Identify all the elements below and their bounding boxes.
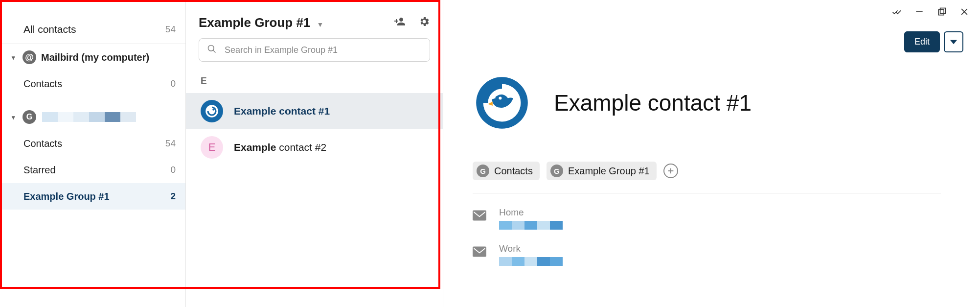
svg-point-3 (212, 109, 214, 111)
group-title[interactable]: Example Group #1 ▼ (199, 15, 323, 30)
contact-name-heading: Example contact #1 (554, 90, 752, 116)
avatar-icon: E (201, 136, 223, 159)
chevron-down-icon: ▼ (317, 21, 324, 28)
sidebar-count: 54 (165, 138, 176, 149)
chevron-down-icon: ▾ (12, 114, 19, 121)
minimize-icon[interactable] (914, 7, 924, 19)
email-icon (473, 207, 486, 223)
sidebar-item-example-group[interactable]: Example Group #1 2 (0, 183, 185, 210)
redacted-account-name (42, 112, 136, 122)
avatar-icon (201, 100, 223, 122)
redacted-value (499, 221, 563, 230)
contact-list-panel: Example Group #1 ▼ E Example (186, 0, 443, 307)
contact-field-home: Home (473, 207, 960, 230)
sidebar-label: Contacts (23, 138, 62, 149)
sidebar: All contacts 54 ▾ @ Mailbird (my compute… (0, 0, 186, 307)
sidebar-item-all-contacts[interactable]: All contacts 54 (0, 15, 185, 44)
contact-name: Example contact #1 (234, 105, 330, 117)
google-icon: G (23, 110, 36, 124)
svg-rect-13 (473, 211, 486, 221)
add-tag-button[interactable] (663, 164, 678, 178)
redacted-value (499, 257, 563, 266)
contact-list-item[interactable]: E Example contact #2 (186, 129, 443, 165)
tags-row: G Contacts G Example Group #1 (473, 162, 960, 180)
sidebar-item-starred[interactable]: Starred 0 (0, 157, 185, 183)
google-icon: G (477, 165, 489, 177)
tag-label: Example Group #1 (568, 165, 650, 177)
sidebar-label: Contacts (23, 78, 62, 90)
svg-point-10 (499, 96, 501, 99)
section-letter: E (186, 71, 443, 93)
sidebar-count: 0 (170, 78, 176, 89)
group-header: Example Group #1 ▼ (186, 9, 443, 36)
tag-chip-group[interactable]: G Example Group #1 (547, 162, 657, 180)
sidebar-label: Starred (23, 165, 56, 176)
sidebar-account-mailbird[interactable]: ▾ @ Mailbird (my computer) (0, 44, 185, 71)
close-icon[interactable] (959, 7, 969, 19)
contact-list-item[interactable]: Example contact #1 (186, 93, 443, 129)
sidebar-item-contacts[interactable]: Contacts 54 (0, 130, 185, 157)
svg-rect-5 (938, 10, 944, 15)
search-box[interactable] (199, 38, 430, 62)
chevron-down-icon: ▾ (12, 54, 19, 61)
gear-icon[interactable] (418, 16, 430, 29)
sidebar-label: All contacts (23, 24, 76, 35)
sidebar-count: 54 (165, 24, 176, 35)
svg-line-1 (213, 50, 216, 53)
sidebar-item-contacts-local[interactable]: Contacts 0 (0, 71, 185, 97)
search-icon (207, 44, 217, 56)
window-controls (892, 7, 969, 19)
search-input[interactable] (224, 45, 422, 56)
sidebar-account-google[interactable]: ▾ G (0, 104, 185, 130)
sidebar-count: 2 (170, 191, 176, 202)
field-label: Work (499, 243, 563, 254)
contact-avatar (473, 73, 531, 132)
maximize-icon[interactable] (937, 7, 947, 19)
svg-point-0 (208, 46, 214, 51)
contact-detail-panel: Edit Example contact #1 G Contacts (443, 0, 980, 307)
contact-field-work: Work (473, 243, 960, 266)
contact-name: Example contact #2 (234, 142, 326, 153)
group-title-text: Example Group #1 (199, 15, 310, 30)
sidebar-count: 0 (170, 165, 176, 175)
tag-label: Contacts (494, 165, 533, 177)
sidebar-label: Example Group #1 (23, 191, 110, 202)
mailbird-icon: @ (23, 50, 36, 64)
edit-dropdown-button[interactable] (944, 31, 963, 52)
svg-rect-14 (473, 247, 486, 257)
account-name: Mailbird (my computer) (41, 52, 149, 63)
tag-chip-contacts[interactable]: G Contacts (473, 162, 540, 180)
google-icon: G (550, 165, 563, 177)
divider (473, 193, 941, 193)
svg-rect-6 (940, 8, 946, 14)
edit-button[interactable]: Edit (904, 31, 940, 52)
field-label: Home (499, 207, 563, 218)
mark-read-icon[interactable] (892, 7, 902, 19)
add-contact-icon[interactable] (394, 16, 406, 29)
email-icon (473, 243, 486, 259)
